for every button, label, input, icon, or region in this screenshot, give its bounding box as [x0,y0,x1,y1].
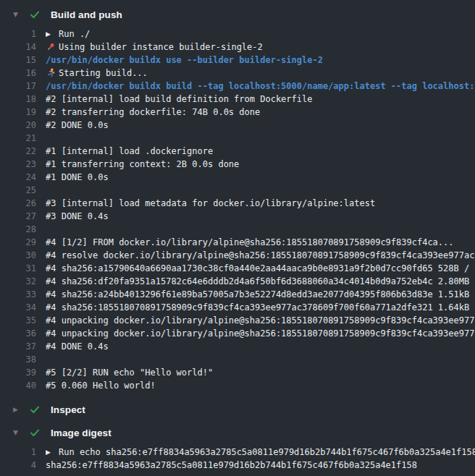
log-text: Starting build... [46,68,148,78]
line-number[interactable]: 34 [0,302,36,313]
section-title: Inspect [51,404,85,415]
log-line: 34#4 sha256:185518070891758909c9f839cf4c… [0,301,475,314]
line-number[interactable]: 35 [0,315,36,326]
log-line: 37#4 DONE 0.4s [0,340,475,353]
line-number[interactable]: 24 [0,172,36,182]
log-text: sha256:e7ff8834a5963a2785c5a0811e979d16b… [46,460,417,470]
log-line: 36#4 unpacking docker.io/library/alpine@… [0,327,475,340]
line-number[interactable]: 36 [0,328,36,339]
log-text: #5 [2/2] RUN echo "Hello world!" [46,367,213,378]
line-number[interactable]: 1 [0,29,36,39]
log-text: #3 DONE 0.4s [46,211,109,221]
section-title: Image digest [51,428,112,438]
log-line: 19#2 transferring dockerfile: 74B 0.0s d… [0,106,475,119]
line-number[interactable]: 29 [0,237,36,247]
check-icon [29,427,41,438]
line-number[interactable]: 33 [0,289,36,299]
log-line: 1▶Run ./ [0,27,475,41]
log-line: 28 [0,223,475,236]
chevron-down-icon: ▼ [13,11,23,18]
log-line: 31#4 sha256:a15790640a6690aa1730c38cf0a4… [0,262,475,275]
runner-icon [46,68,59,78]
log-text: #2 [internal] load build definition from… [46,94,312,104]
line-number[interactable]: 1 [0,447,36,457]
section-header-build-and-push[interactable]: ▼ Build and push [0,7,475,22]
line-number[interactable]: 16 [0,68,36,78]
line-number[interactable]: 18 [0,94,36,104]
log-text: #4 unpacking docker.io/library/alpine@sh… [46,315,475,326]
log-line: 14Using builder instance builder-single-… [0,41,475,54]
check-icon [29,404,41,415]
section-title: Build and push [51,9,122,20]
line-number[interactable]: 25 [0,185,36,195]
log-text: #1 [internal] load .dockerignore [46,146,213,156]
log-text: #5 0.060 Hello world! [46,381,156,391]
line-number[interactable]: 40 [0,381,36,391]
line-number[interactable]: 23 [0,159,36,169]
line-number[interactable]: 30 [0,250,36,260]
log-text: #3 [internal] load metadata for docker.i… [46,198,375,208]
log-lines: 1▶Run ./14Using builder instance builder… [0,27,475,392]
line-number[interactable]: 22 [0,146,36,156]
line-number[interactable]: 37 [0,341,36,352]
section-header-image-digest[interactable]: ▼ Image digest [0,425,475,440]
log-line: 39#5 [2/2] RUN echo "Hello world!" [0,366,475,379]
line-number[interactable]: 31 [0,263,36,273]
line-number[interactable]: 4 [0,460,36,470]
log-line: 38 [0,353,475,366]
log-text: #1 DONE 0.0s [46,172,109,182]
log-line: 22#1 [internal] load .dockerignore [0,145,475,158]
log-text: #4 sha256:185518070891758909c9f839cf4ca3… [46,302,475,313]
section-header-inspect[interactable]: ▶ Inspect [0,402,475,417]
line-number[interactable]: 38 [0,354,36,365]
log-text: ▶Run ./ [46,29,90,39]
log-line: 25 [0,184,475,197]
log-text: #4 resolve docker.io/library/alpine@sha2… [46,250,475,260]
log-line: 30#4 resolve docker.io/library/alpine@sh… [0,249,475,262]
section-build-and-push: ▼ Build and push 1▶Run ./14Using builder… [0,7,475,392]
pushpin-icon [46,42,59,52]
section-image-digest: ▼ Image digest 1▶Run echo sha256:e7ff883… [0,425,475,472]
log-text: ▶Run echo sha256:e7ff8834a5963a2785c5a08… [46,447,475,457]
log-line: 21 [0,132,475,145]
line-number[interactable]: 26 [0,198,36,208]
log-text: #2 DONE 0.0s [46,120,109,130]
log-line: 35#4 unpacking docker.io/library/alpine@… [0,314,475,327]
chevron-down-icon: ▼ [13,429,23,436]
line-number[interactable]: 39 [0,367,36,378]
line-number[interactable]: 20 [0,120,36,130]
log-lines: 1▶Run echo sha256:e7ff8834a5963a2785c5a0… [0,446,475,472]
log-line: 32#4 sha256:df20fa9351a15782c64e6dddb2d4… [0,275,475,288]
line-number[interactable]: 21 [0,133,36,143]
line-number[interactable]: 19 [0,107,36,117]
log-text: #1 transferring context: 2B 0.0s done [46,159,239,169]
line-number[interactable]: 17 [0,81,36,91]
play-icon[interactable]: ▶ [46,30,59,38]
log-text: #4 sha256:a15790640a6690aa1730c38cf0a440… [46,263,475,273]
check-icon [29,9,41,20]
log-line: 20#2 DONE 0.0s [0,119,475,132]
line-number[interactable]: 27 [0,211,36,221]
line-number[interactable]: 32 [0,276,36,286]
log-line: 23#1 transferring context: 2B 0.0s done [0,158,475,171]
log-text: #4 sha256:a24bb4013296f61e89ba57005a7b3e… [46,289,475,299]
log-line: 4sha256:e7ff8834a5963a2785c5a0811e979d16… [0,459,475,472]
line-number[interactable]: 15 [0,55,36,65]
chevron-right-icon: ▶ [13,406,23,413]
log-line: 26#3 [internal] load metadata for docker… [0,197,475,210]
log-text: #4 unpacking docker.io/library/alpine@sh… [46,328,475,339]
log-text: #4 [1/2] FROM docker.io/library/alpine@s… [46,237,454,247]
log-line: 40#5 0.060 Hello world! [0,379,475,392]
log-line: 27#3 DONE 0.4s [0,210,475,223]
log-line: 33#4 sha256:a24bb4013296f61e89ba57005a7b… [0,288,475,301]
log-line: 24#1 DONE 0.0s [0,171,475,184]
line-number[interactable]: 14 [0,42,36,52]
play-icon[interactable]: ▶ [46,449,59,456]
log-line: 17/usr/bin/docker buildx build --tag loc… [0,80,475,93]
log-line: 15/usr/bin/docker buildx use --builder b… [0,54,475,67]
log-line: 1▶Run echo sha256:e7ff8834a5963a2785c5a0… [0,446,475,459]
log-text: #4 DONE 0.4s [46,341,109,352]
section-inspect: ▶ Inspect [0,402,475,417]
log-text: #2 transferring dockerfile: 74B 0.0s don… [46,107,260,117]
line-number[interactable]: 28 [0,224,36,234]
